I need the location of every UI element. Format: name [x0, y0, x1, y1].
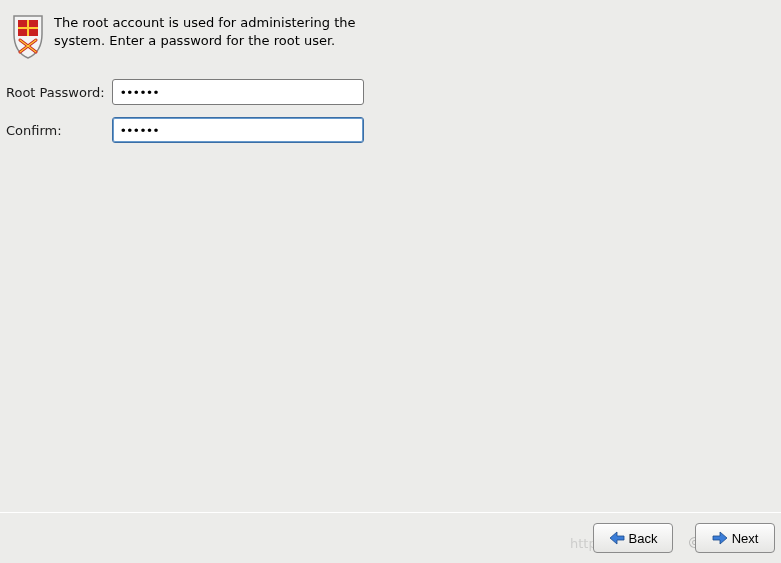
back-button[interactable]: Back: [593, 523, 673, 553]
arrow-left-icon: [609, 531, 625, 545]
password-form: Root Password: Confirm:: [0, 79, 781, 143]
arrow-right-icon: [712, 531, 728, 545]
confirm-password-input[interactable]: [112, 117, 364, 143]
next-button-label: Next: [732, 531, 759, 546]
root-password-input[interactable]: [112, 79, 364, 105]
footer-nav: Back Next: [593, 523, 775, 553]
confirm-password-label: Confirm:: [6, 123, 112, 138]
back-button-label: Back: [629, 531, 658, 546]
footer-divider: [0, 512, 781, 513]
shield-root-icon: [10, 14, 46, 63]
next-button[interactable]: Next: [695, 523, 775, 553]
description-text: The root account is used for administeri…: [54, 14, 364, 49]
root-password-label: Root Password:: [6, 85, 112, 100]
